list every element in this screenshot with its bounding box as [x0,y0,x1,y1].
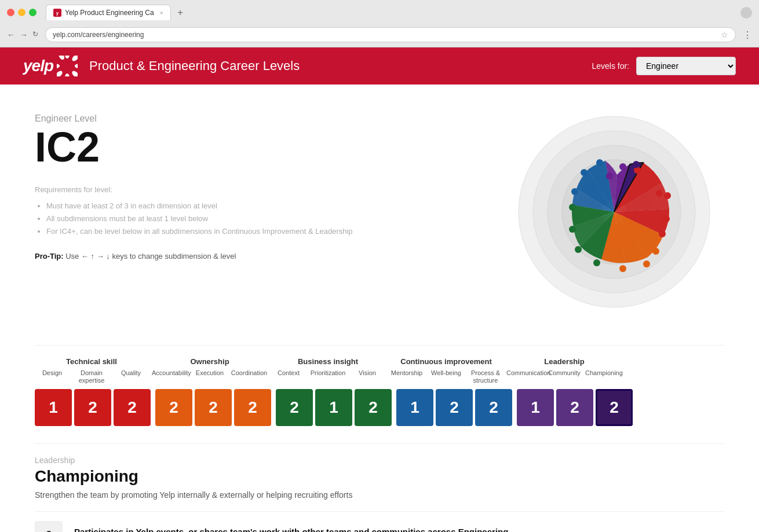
detail-items-list: 6 Participates in Yelp events, or shares… [35,511,724,532]
svg-point-3 [75,64,78,68]
browser-menu-icon[interactable]: ⋮ [743,30,752,41]
svg-point-24 [575,246,582,253]
svg-point-17 [664,192,671,199]
svg-point-1 [65,56,70,58]
dim-sublabel-design: Design [34,369,71,384]
cell-communication[interactable]: 1 [517,389,554,426]
dim-sublabel-accountability: Accountability [152,369,189,376]
tab-close-button[interactable]: × [160,10,163,16]
svg-point-5 [65,74,70,76]
dim-sublabel-domain: Domainexpertise [73,369,110,384]
close-button[interactable] [7,9,14,16]
pro-tip-text: Use ← ↑ → ↓ keys to change subdimension … [65,252,236,261]
tab-bar: y Yelp Product Engineering Ca × + [46,5,736,20]
svg-point-18 [659,230,666,237]
levels-for-select[interactable]: Engineer Product Manager Designer [636,57,736,75]
dim-group-ownership: Ownership Accountability Execution Coord… [153,357,267,376]
dim-sublabel-community: Community [546,369,583,376]
cell-vision[interactable]: 2 [355,389,392,426]
yelp-logo: yelp [23,56,78,76]
dim-group-leadership: Leadership Communication Community Champ… [508,357,621,376]
svg-point-32 [633,161,640,168]
tab-favicon: y [53,9,61,17]
dim-sublabel-prioritization: Prioritization [309,369,346,376]
svg-point-2 [71,56,78,63]
levels-for-label: Levels for: [592,61,629,71]
dim-sublabel-process: Process &structure [467,369,504,384]
dimension-groups-header: Technical skill Design Domainexpertise Q… [35,357,724,384]
requirement-item: All subdimensions must be at least 1 lev… [46,212,481,225]
svg-point-25 [569,226,576,233]
minimize-button[interactable] [18,9,25,16]
top-section: Engineer Level IC2 Requirements for leve… [35,102,724,322]
url-bar[interactable]: yelp.com/careers/engineering ☆ [45,27,736,42]
level-info: Engineer Level IC2 Requirements for leve… [35,102,481,322]
svg-point-30 [606,173,613,179]
cell-process[interactable]: 2 [475,389,512,426]
cell-execution[interactable]: 2 [195,389,232,426]
dim-sublabel-vision: Vision [349,369,386,376]
svg-point-7 [57,64,60,68]
dim-group-label-business: Business insight [298,357,358,366]
back-button[interactable]: ← [7,30,15,39]
svg-point-16 [656,190,663,197]
svg-point-27 [571,188,578,195]
cell-prioritization[interactable]: 1 [315,389,352,426]
detail-description: Strengthen the team by promoting Yelp in… [35,490,724,500]
detail-section: Leadership Championing Strengthen the te… [35,443,724,532]
header-title: Product & Engineering Career Levels [89,58,300,74]
cell-mentorship[interactable]: 1 [396,389,433,426]
address-bar-row: ← → ↻ yelp.com/careers/engineering ☆ ⋮ [0,25,759,47]
bookmark-icon[interactable]: ☆ [721,30,728,39]
radar-chart [504,102,724,322]
svg-point-4 [71,69,78,76]
svg-point-15 [634,167,641,174]
active-tab[interactable]: y Yelp Product Engineering Ca × [46,5,171,20]
svg-point-0 [57,56,65,61]
dim-group-label-ownership: Ownership [190,357,229,366]
cell-wellbeing[interactable]: 2 [436,389,473,426]
cell-community[interactable]: 2 [556,389,593,426]
svg-point-26 [569,204,576,211]
svg-point-22 [619,265,626,272]
cell-championing[interactable]: 2 [596,389,633,426]
fullscreen-button[interactable] [29,9,37,16]
dim-group-continuous: Continuous improvement Mentorship Well-b… [389,357,503,384]
traffic-lights [7,9,37,16]
dimensions-section: Technical skill Design Domainexpertise Q… [35,345,724,426]
new-tab-button[interactable]: + [173,5,188,20]
cell-context[interactable]: 2 [276,389,313,426]
header-right: Levels for: Engineer Product Manager Des… [592,57,736,75]
level-label: Engineer Level [35,113,481,124]
svg-point-6 [57,69,64,76]
svg-point-28 [581,169,588,176]
svg-point-19 [663,215,670,222]
cell-design[interactable]: 1 [35,389,72,426]
detail-level-badge-6: 6 [35,521,63,532]
dim-group-label-continuous: Continuous improvement [400,357,491,366]
pro-tip-label: Pro-Tip: [35,252,64,261]
url-text: yelp.com/careers/engineering [53,31,144,39]
cell-accountability[interactable]: 2 [155,389,192,426]
browser-chrome: y Yelp Product Engineering Ca × + ← → ↻ … [0,0,759,47]
dimension-cells-row: 1 2 2 2 2 2 2 1 2 1 2 2 1 2 2 [35,389,724,426]
svg-point-29 [596,159,603,166]
dim-sublabel-mentorship: Mentorship [388,369,425,384]
radar-chart-svg [510,108,718,316]
dim-sublabel-execution: Execution [191,369,228,376]
forward-button[interactable]: → [20,30,28,39]
cell-domain[interactable]: 2 [74,389,111,426]
dim-group-label-leadership: Leadership [544,357,584,366]
dim-group-label-technical: Technical skill [66,357,117,366]
detail-title: Championing [35,467,724,486]
cell-coordination[interactable]: 2 [234,389,271,426]
cell-quality[interactable]: 2 [114,389,151,426]
detail-item-6: 6 Participates in Yelp events, or shares… [35,511,724,532]
pro-tip: Pro-Tip: Use ← ↑ → ↓ keys to change subd… [35,252,481,261]
refresh-button[interactable]: ↻ [32,30,38,39]
detail-category: Leadership [35,456,724,465]
svg-point-31 [619,163,626,170]
profile-icon [740,7,752,19]
app-header: yelp Product & Engineering Career Levels… [0,47,759,85]
tab-title: Yelp Product Engineering Ca [65,9,154,17]
